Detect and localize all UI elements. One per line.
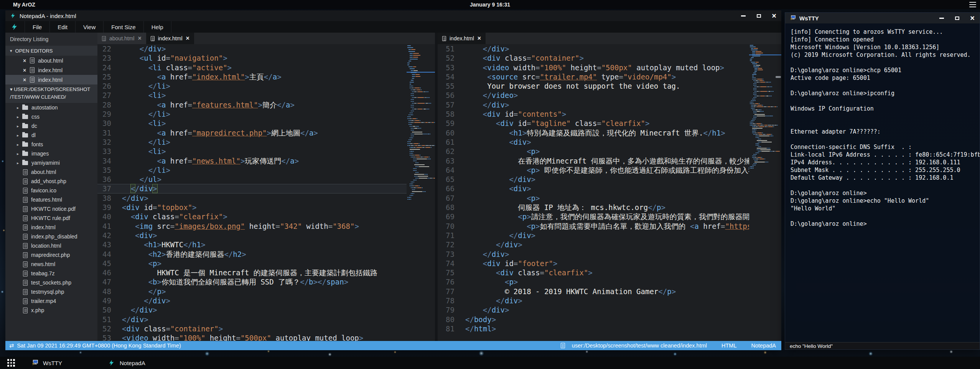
minimize-button[interactable] bbox=[740, 12, 747, 19]
code-line-53[interactable]: 53<video width="100%" height="500px" aut… bbox=[438, 63, 749, 72]
file-item[interactable]: location.html bbox=[5, 241, 97, 250]
maximize-button[interactable] bbox=[954, 15, 960, 22]
close-icon[interactable]: × bbox=[23, 58, 26, 64]
folder-item-dc[interactable]: ▸dc bbox=[5, 121, 97, 131]
close-button[interactable]: × bbox=[969, 15, 976, 22]
file-item[interactable]: index.php_disabled bbox=[5, 232, 97, 241]
code-line-62[interactable]: 62<p> bbox=[438, 147, 749, 156]
code-line-42[interactable]: 42<div> bbox=[97, 231, 407, 240]
minimize-button[interactable] bbox=[938, 15, 945, 22]
terminal-input[interactable]: echo "Hello World" bbox=[785, 342, 980, 349]
menu-file[interactable]: File bbox=[25, 21, 49, 33]
scrollbar-thumb[interactable] bbox=[776, 76, 781, 78]
code-line-65[interactable]: 65</div> bbox=[438, 175, 749, 184]
code-line-51[interactable]: 51</div> bbox=[438, 44, 749, 53]
file-item[interactable]: index.html bbox=[5, 223, 97, 232]
code-line-22[interactable]: 22</div> bbox=[97, 44, 407, 53]
code-line-45[interactable]: 45<p> bbox=[97, 259, 407, 268]
tab-about.html[interactable]: about.html× bbox=[97, 33, 146, 44]
code-line-37[interactable]: 37</div> bbox=[97, 184, 407, 193]
code-line-71[interactable]: 71</div> bbox=[438, 231, 749, 240]
file-item[interactable]: trailer.mp4 bbox=[5, 296, 97, 306]
code-line-76[interactable]: 76<p> bbox=[438, 277, 749, 286]
code-line-28[interactable]: 28<a href="features.html">簡介</a> bbox=[97, 100, 407, 109]
menu-font-size[interactable]: Font Size bbox=[103, 21, 143, 33]
close-icon[interactable]: × bbox=[138, 35, 141, 42]
code-line-52[interactable]: 52<div class="container"> bbox=[97, 324, 407, 333]
minimap-right[interactable] bbox=[749, 44, 781, 341]
taskbar-item-wstty[interactable]: WsTTY bbox=[28, 357, 66, 369]
code-line-70[interactable]: 70<p>如有問題或需要申請白名單，歡迎加入我們的 <a href="https… bbox=[438, 222, 749, 231]
open-editor-item[interactable]: ×index.html bbox=[5, 65, 97, 75]
code-line-54[interactable]: 54<source src="trailer.mp4" type="video/… bbox=[438, 72, 749, 81]
file-item[interactable]: testmysql.php bbox=[5, 287, 97, 296]
code-line-73[interactable]: 73</div> bbox=[438, 250, 749, 259]
code-line-68[interactable]: 68伺服器 IP 地址為： mcs.hkwtc.org</p> bbox=[438, 203, 749, 212]
code-line-27[interactable]: 27<li> bbox=[97, 91, 407, 100]
status-language[interactable]: HTML bbox=[721, 343, 736, 349]
open-editor-item[interactable]: ×about.html bbox=[5, 56, 97, 65]
code-line-66[interactable]: 66<div> bbox=[438, 184, 749, 193]
file-item[interactable]: about.html bbox=[5, 167, 97, 177]
code-line-61[interactable]: 61<div> bbox=[438, 137, 749, 147]
code-line-43[interactable]: 43<h1>HKWTC</h1> bbox=[97, 240, 407, 249]
code-line-74[interactable]: 74<div id="footer"> bbox=[438, 259, 749, 268]
taskbar-item-notepada[interactable]: NotepadA bbox=[104, 357, 149, 369]
maximize-button[interactable] bbox=[755, 12, 762, 19]
code-line-29[interactable]: 29</li> bbox=[97, 109, 407, 119]
code-line-50[interactable]: 50</div> bbox=[97, 305, 407, 314]
hamburger-menu-icon[interactable] bbox=[969, 2, 976, 7]
folder-item-yamiyamimi[interactable]: ▸yamiyamimi bbox=[5, 158, 97, 167]
code-line-40[interactable]: 40<div class="clearfix"> bbox=[97, 212, 407, 221]
file-item[interactable]: teabag.7z bbox=[5, 269, 97, 278]
close-button[interactable]: × bbox=[771, 12, 777, 19]
wstty-title-bar[interactable]: WsTTY × bbox=[785, 13, 980, 23]
code-line-79[interactable]: 79</div> bbox=[438, 305, 749, 314]
code-line-36[interactable]: 36</ul> bbox=[97, 175, 407, 184]
close-icon[interactable]: × bbox=[186, 35, 189, 42]
file-item[interactable]: features.html bbox=[5, 195, 97, 204]
code-line-55[interactable]: 55Your browser does not support the vide… bbox=[438, 81, 749, 91]
file-item[interactable]: favicon.ico bbox=[5, 186, 97, 195]
menu-view[interactable]: View bbox=[75, 21, 103, 33]
tab-index.html[interactable]: index.html× bbox=[438, 33, 486, 44]
code-line-72[interactable]: 72</div> bbox=[438, 240, 749, 249]
code-line-77[interactable]: 77© 2018 - 2019 HKWTC Animation Gamer</p… bbox=[438, 287, 749, 296]
code-line-39[interactable]: 39<div id="topbox"> bbox=[97, 203, 407, 212]
menu-help[interactable]: Help bbox=[143, 21, 171, 33]
file-item[interactable]: x.php bbox=[5, 306, 97, 315]
code-line-23[interactable]: 23<ul id="navigation"> bbox=[97, 53, 407, 63]
folder-item-dl[interactable]: ▸dl bbox=[5, 131, 97, 140]
code-line-52[interactable]: 52<div class="container"> bbox=[438, 53, 749, 63]
code-line-81[interactable]: 81</html> bbox=[438, 324, 749, 333]
code-line-46[interactable]: 46HKWTC 是一個 Minecraft 的建築伺服器，主要建築計劃包括鐵路 bbox=[97, 268, 407, 277]
code-line-47[interactable]: 47<b>你知道我們全線伺服器已轉用 SSD 了嗎？</b></span> bbox=[97, 277, 407, 286]
file-item[interactable]: news.html bbox=[5, 260, 97, 269]
code-line-31[interactable]: 31<a href="mapredirect.php">網上地圖</a> bbox=[97, 128, 407, 137]
code-editor-right[interactable]: 51</div>52<div class="container">53<vide… bbox=[438, 44, 749, 341]
code-line-67[interactable]: 67<p> bbox=[438, 194, 749, 203]
code-line-57[interactable]: 57</div> bbox=[438, 100, 749, 109]
close-icon[interactable]: × bbox=[23, 67, 26, 73]
code-line-64[interactable]: 64<p> 即使你不是建築師，你也能透過紅石師或鐵路工程師的身份加入我們 bbox=[438, 165, 749, 175]
code-line-58[interactable]: 58<div id="contents"> bbox=[438, 109, 749, 119]
code-line-78[interactable]: 78</div> bbox=[438, 296, 749, 305]
code-line-49[interactable]: 49</div> bbox=[97, 296, 407, 305]
folder-item-images[interactable]: ▸images bbox=[5, 149, 97, 158]
file-item[interactable]: test_sockets.php bbox=[5, 278, 97, 287]
code-line-51[interactable]: 51</div> bbox=[97, 315, 407, 324]
code-line-48[interactable]: 48</p> bbox=[97, 287, 407, 296]
code-line-32[interactable]: 32</li> bbox=[97, 137, 407, 147]
code-line-75[interactable]: 75<div class="clearfix"> bbox=[438, 268, 749, 277]
code-line-35[interactable]: 35</li> bbox=[97, 165, 407, 175]
folder-item-fonts[interactable]: ▸fonts bbox=[5, 140, 97, 149]
code-line-69[interactable]: 69<p>請注意，我們的伺服器為確保玩家及遊玩時的質素，我們對的服器開啟 bbox=[438, 212, 749, 221]
code-line-59[interactable]: 59<div id="tagline" class="clearfix"> bbox=[438, 119, 749, 128]
open-editor-item[interactable]: ×index.html bbox=[5, 75, 97, 84]
code-line-30[interactable]: 30<li> bbox=[97, 119, 407, 128]
notepada-title-bar[interactable]: NotepadA - index.html × bbox=[5, 10, 781, 21]
code-line-53[interactable]: 53<video width="100%" height="500px" aut… bbox=[97, 333, 407, 341]
code-line-24[interactable]: 24<li class="active"> bbox=[97, 63, 407, 72]
file-item[interactable]: mapredirect.php bbox=[5, 250, 97, 260]
file-item[interactable]: HKWTC notice.pdf bbox=[5, 204, 97, 213]
